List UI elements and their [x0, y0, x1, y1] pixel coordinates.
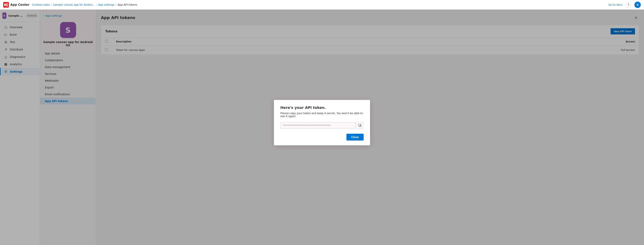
- modal-close-button[interactable]: Close: [346, 134, 364, 140]
- breadcrumb-sep-2: /: [96, 3, 97, 6]
- copy-token-button[interactable]: [356, 122, 364, 129]
- svg-rect-4: [359, 124, 361, 126]
- api-token-modal: Here's your API token. Please copy your …: [274, 100, 370, 145]
- breadcrumb-app-settings[interactable]: App settings: [98, 3, 114, 6]
- breadcrumb-sample-app[interactable]: Sample canvas app for Androi...: [53, 3, 95, 6]
- modal-overlay: Here's your API token. Please copy your …: [0, 0, 644, 245]
- modal-token-field: [280, 122, 364, 129]
- app-center-logo-text: App Center: [10, 3, 30, 6]
- api-token-input[interactable]: [280, 122, 355, 128]
- breadcrumb-sep-1: /: [51, 3, 52, 6]
- go-to-docs-link[interactable]: Go to docs: [608, 3, 622, 6]
- app-center-logo-icon: [3, 2, 9, 8]
- svg-rect-0: [3, 2, 9, 8]
- user-avatar[interactable]: U: [634, 2, 641, 8]
- copy-icon: [358, 124, 362, 127]
- app-logo: App Center: [3, 2, 30, 8]
- svg-rect-2: [6, 3, 8, 6]
- breadcrumb-api-tokens: App API tokens: [118, 3, 137, 6]
- svg-rect-1: [4, 4, 6, 6]
- breadcrumb: Contoso sales / Sample canvas app for An…: [32, 3, 608, 6]
- topbar-actions: Go to docs ? U: [608, 2, 641, 8]
- breadcrumb-sep-3: /: [116, 3, 116, 6]
- help-button[interactable]: ?: [626, 2, 631, 8]
- modal-title: Here's your API token.: [280, 106, 364, 110]
- modal-description: Please copy your token and keep it secre…: [280, 112, 364, 118]
- modal-actions: Close: [280, 134, 364, 140]
- topbar: App Center Contoso sales / Sample canvas…: [0, 0, 644, 10]
- breadcrumb-contoso[interactable]: Contoso sales: [32, 3, 50, 6]
